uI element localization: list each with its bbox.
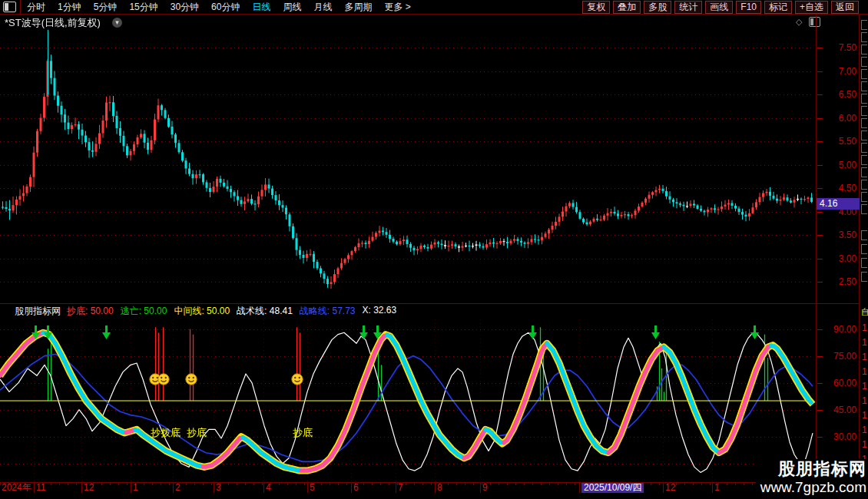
period-tab-日线[interactable]: 日线 (246, 1, 277, 14)
down-arrow-icon (359, 326, 369, 343)
time-axis-separator (579, 483, 580, 493)
indicator-name: 股朋指标网 (15, 305, 61, 318)
time-axis-label[interactable]: 9 (482, 483, 488, 493)
time-axis-separator (712, 483, 713, 493)
smiley-face-icon (157, 373, 170, 388)
buy-bottom-label: 抄拨底 (151, 426, 181, 440)
indicator-field-中间线: 中间线: 50.00 (174, 305, 230, 318)
price-axis-label: 3.50 (826, 230, 856, 240)
toolbar-button-统计[interactable]: 统计 (674, 1, 702, 14)
period-tab-30分钟[interactable]: 30分钟 (164, 1, 205, 14)
time-axis-label[interactable]: 2024年 (2, 483, 31, 493)
period-tab-更多 >[interactable]: 更多 > (378, 1, 416, 14)
glyph-fragment (861, 106, 867, 116)
indicator-axis-label: 30.00 (826, 431, 856, 442)
down-arrow-icon (651, 326, 661, 343)
price-axis-label: 7.50 (826, 42, 856, 53)
indicator-chart[interactable] (0, 319, 816, 482)
time-axis-label[interactable]: 1 (714, 483, 720, 493)
watermark-title: 股朋指标网 (756, 459, 866, 479)
cropped-digit: 1 (862, 425, 867, 435)
indicator-axis-tick (817, 437, 823, 438)
price-axis-tick (817, 282, 823, 283)
glyph-fragment (861, 272, 867, 282)
toolbar-button-复权[interactable]: 复权 (582, 1, 610, 14)
price-axis-label: 5.50 (826, 136, 856, 147)
glyph-fragment (861, 20, 867, 30)
price-axis-label: 3.00 (826, 253, 856, 264)
time-axis-label[interactable]: 1 (133, 483, 138, 493)
toolbar-button-+自选[interactable]: +自选 (795, 1, 828, 14)
toolbar-button-F10[interactable]: F10 (736, 1, 761, 14)
time-axis-separator (480, 483, 481, 493)
indicator-axis-label: 75.00 (826, 351, 856, 362)
top-toolbar: 分时1分钟5分钟15分钟30分钟60分钟日线周线月线多周期更多 > 复权叠加多股… (0, 0, 868, 15)
glyph-fragment (861, 81, 867, 91)
time-axis-separator (435, 483, 436, 493)
buy-bottom-label: 抄底 (187, 426, 207, 440)
price-axis-tick (817, 212, 823, 213)
diamond-icon[interactable]: ◇ (796, 17, 805, 27)
down-arrow-icon (750, 326, 760, 343)
price-axis-tick (817, 259, 823, 259)
time-axis-label[interactable]: 5 (310, 483, 315, 493)
indicator-field-战略线: 战略线: 57.73 (300, 305, 356, 318)
time-axis[interactable]: 2024年11121234567892025/10/09/四121 (0, 483, 859, 493)
glyph-fragment (861, 192, 867, 202)
time-axis-label[interactable]: 7 (398, 483, 403, 493)
cropped-digit: 1 (862, 381, 867, 392)
down-arrow-icon (101, 326, 111, 343)
time-axis-label[interactable]: 3 (216, 483, 221, 493)
time-axis-separator (131, 483, 131, 493)
glyph-fragment (861, 45, 867, 55)
time-axis-label[interactable]: 2 (175, 483, 181, 493)
period-tab-15分钟[interactable]: 15分钟 (123, 1, 164, 14)
indicator-axis-tick (817, 329, 823, 330)
period-tab-5分钟[interactable]: 5分钟 (88, 1, 124, 14)
period-tabs: 分时1分钟5分钟15分钟30分钟60分钟日线周线月线多周期更多 > (21, 1, 417, 14)
period-tab-周线[interactable]: 周线 (277, 1, 307, 14)
panel-toggle-icon[interactable] (3, 2, 16, 12)
price-axis-tick (817, 48, 823, 48)
glyph-fragment (861, 258, 867, 268)
price-axis-tick (817, 71, 823, 72)
time-axis-label[interactable]: 8 (437, 483, 442, 493)
time-axis-separator (173, 483, 174, 493)
price-axis-tick (817, 188, 823, 189)
time-axis-label[interactable]: 4 (266, 483, 271, 493)
chevron-down-icon[interactable]: ▾ (112, 18, 122, 28)
down-arrow-icon (31, 326, 41, 343)
price-axis-tick (817, 235, 823, 236)
glyph-fragment (861, 69, 867, 79)
time-axis-separator (263, 483, 264, 493)
price-axis-label: 2.50 (826, 276, 856, 287)
price-axis-tick (817, 94, 823, 95)
period-tab-1分钟[interactable]: 1分钟 (51, 1, 88, 14)
indicator-axis-label: 60.00 (826, 378, 856, 388)
toolbar-button-标记[interactable]: 标记 (764, 1, 792, 14)
time-axis-separator (663, 483, 664, 493)
smiley-face-icon (291, 373, 303, 388)
indicator-field-X: X: 32.63 (363, 305, 397, 318)
time-axis-label[interactable]: 6 (353, 483, 359, 493)
time-axis-label[interactable]: 12 (665, 483, 675, 493)
glyph-fragment (861, 57, 867, 67)
main-candlestick-chart[interactable] (0, 14, 816, 303)
time-axis-label[interactable]: 2025/10/09/四 (581, 483, 644, 493)
cropped-digit: 1 (862, 395, 867, 406)
period-tab-月线[interactable]: 月线 (307, 1, 338, 14)
toolbar-button-返回[interactable]: 返回 (831, 1, 859, 14)
toolbar-button-叠加[interactable]: 叠加 (613, 1, 641, 14)
toolbar-button-画线[interactable]: 画线 (705, 1, 733, 14)
price-axis-label: 4.50 (826, 183, 856, 193)
toolbar-button-多股[interactable]: 多股 (644, 1, 671, 14)
price-axis-label: 7.00 (826, 66, 856, 77)
toolbar-actions: 复权叠加多股统计画线F10标记+自选返回 (579, 1, 868, 14)
time-axis-label[interactable]: 12 (84, 483, 94, 493)
period-tab-分时[interactable]: 分时 (21, 1, 51, 14)
period-tab-多周期[interactable]: 多周期 (338, 1, 378, 14)
time-axis-label[interactable]: 11 (36, 483, 45, 493)
price-axis-label: 6.50 (826, 89, 856, 100)
period-tab-60分钟[interactable]: 60分钟 (205, 1, 246, 14)
glyph-fragment (861, 131, 867, 140)
